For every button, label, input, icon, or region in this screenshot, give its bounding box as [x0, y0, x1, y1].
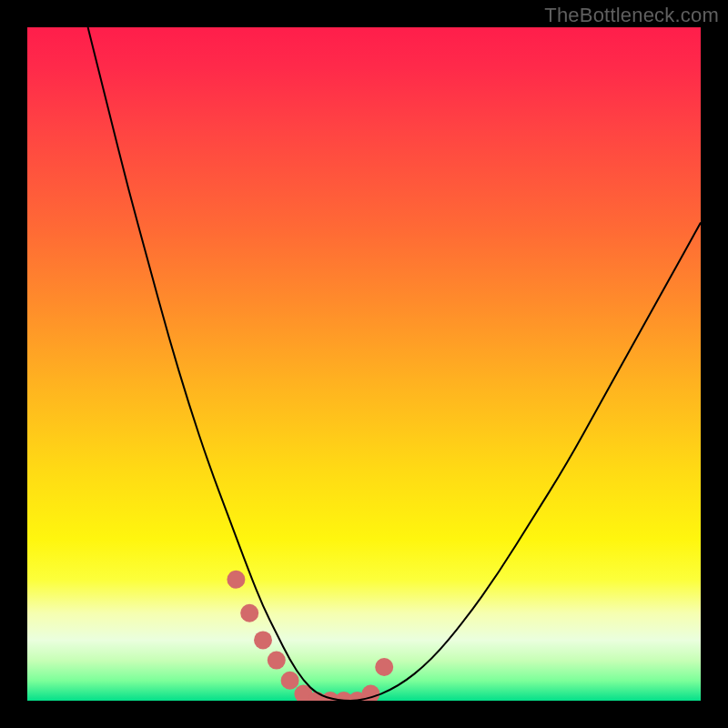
bottleneck-curve: [88, 27, 701, 701]
highlight-dot: [240, 604, 258, 622]
chart-frame: TheBottleneck.com: [0, 0, 728, 728]
highlight-dot: [254, 631, 272, 649]
highlight-dot: [227, 571, 245, 589]
highlight-dot: [281, 672, 299, 690]
watermark-text: TheBottleneck.com: [544, 4, 719, 27]
highlight-dot: [268, 652, 286, 670]
chart-svg: [27, 27, 701, 701]
highlight-dot: [375, 658, 393, 676]
plot-area: [27, 27, 701, 701]
highlight-dots: [227, 571, 393, 701]
